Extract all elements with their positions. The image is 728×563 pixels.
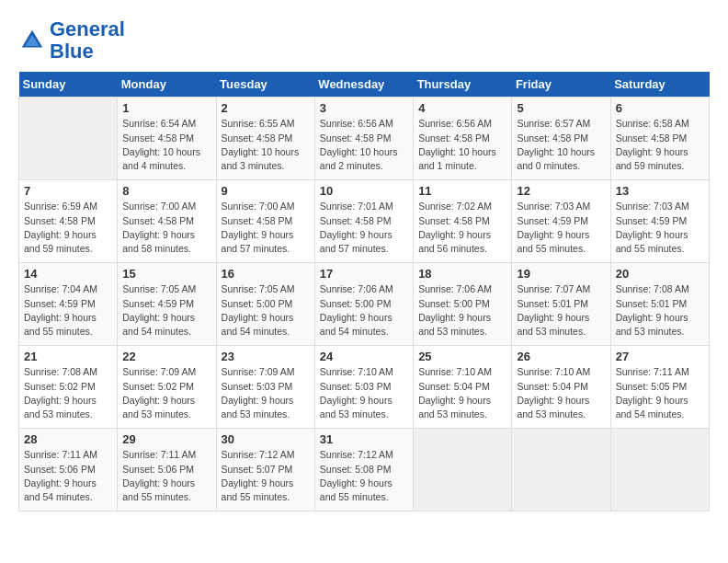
day-number: 25 [418,350,506,363]
calendar-cell: 4 Sunrise: 6:56 AMSunset: 4:58 PMDayligh… [414,98,512,180]
day-number: 12 [517,184,605,198]
day-number: 2 [222,101,310,115]
day-info: Sunrise: 7:09 AMSunset: 5:03 PMDaylight:… [222,365,310,421]
calendar-cell: 25 Sunrise: 7:10 AMSunset: 5:04 PMDaylig… [414,346,512,429]
day-number: 18 [418,267,506,281]
day-info: Sunrise: 7:08 AMSunset: 5:02 PMDaylight:… [24,365,112,421]
day-number: 9 [222,184,310,198]
day-number: 15 [122,267,210,281]
page-header: General Blue [18,18,710,63]
calendar-week-3: 14 Sunrise: 7:04 AMSunset: 4:59 PMDaylig… [19,263,710,346]
day-info: Sunrise: 7:01 AMSunset: 4:58 PMDaylight:… [320,200,408,256]
day-info: Sunrise: 6:55 AMSunset: 4:58 PMDaylight:… [222,117,310,173]
calendar-cell: 5 Sunrise: 6:57 AMSunset: 4:58 PMDayligh… [512,98,610,180]
day-info: Sunrise: 6:58 AMSunset: 4:58 PMDaylight:… [616,117,704,173]
day-number: 26 [517,350,605,363]
calendar-cell [19,98,118,180]
day-number: 27 [616,350,704,363]
day-info: Sunrise: 7:10 AMSunset: 5:04 PMDaylight:… [418,365,506,421]
weekday-header-tuesday: Tuesday [216,72,314,98]
day-info: Sunrise: 7:06 AMSunset: 5:00 PMDaylight:… [418,282,506,339]
day-info: Sunrise: 7:11 AMSunset: 5:06 PMDaylight:… [122,448,210,504]
calendar-cell: 6 Sunrise: 6:58 AMSunset: 4:58 PMDayligh… [610,98,709,180]
day-info: Sunrise: 7:04 AMSunset: 4:59 PMDaylight:… [24,282,112,339]
day-info: Sunrise: 7:03 AMSunset: 4:59 PMDaylight:… [616,200,704,256]
calendar-cell: 19 Sunrise: 7:07 AMSunset: 5:01 PMDaylig… [512,263,610,346]
calendar-cell: 27 Sunrise: 7:11 AMSunset: 5:05 PMDaylig… [610,346,709,429]
day-number: 28 [24,432,112,446]
calendar-cell: 22 Sunrise: 7:09 AMSunset: 5:02 PMDaylig… [118,346,216,429]
day-number: 6 [616,101,704,115]
day-info: Sunrise: 7:07 AMSunset: 5:01 PMDaylight:… [517,282,605,339]
day-info: Sunrise: 7:09 AMSunset: 5:02 PMDaylight:… [122,365,210,421]
calendar-week-2: 7 Sunrise: 6:59 AMSunset: 4:58 PMDayligh… [19,180,710,263]
calendar-cell: 26 Sunrise: 7:10 AMSunset: 5:04 PMDaylig… [512,346,610,429]
day-info: Sunrise: 7:11 AMSunset: 5:05 PMDaylight:… [616,365,704,421]
calendar-cell: 7 Sunrise: 6:59 AMSunset: 4:58 PMDayligh… [19,180,118,263]
calendar-cell [610,429,709,511]
calendar-cell: 21 Sunrise: 7:08 AMSunset: 5:02 PMDaylig… [19,346,118,429]
day-number: 23 [222,350,310,363]
day-info: Sunrise: 6:56 AMSunset: 4:58 PMDaylight:… [320,117,408,173]
day-number: 5 [517,101,605,115]
calendar-cell: 18 Sunrise: 7:06 AMSunset: 5:00 PMDaylig… [414,263,512,346]
calendar-cell: 1 Sunrise: 6:54 AMSunset: 4:58 PMDayligh… [118,98,216,180]
day-info: Sunrise: 6:59 AMSunset: 4:58 PMDaylight:… [24,200,112,256]
day-number: 19 [517,267,605,281]
day-number: 20 [616,267,704,281]
calendar-cell: 15 Sunrise: 7:05 AMSunset: 4:59 PMDaylig… [118,263,216,346]
day-number: 31 [320,432,408,446]
weekday-header-friday: Friday [512,72,610,98]
weekday-header-saturday: Saturday [610,72,709,98]
day-info: Sunrise: 6:57 AMSunset: 4:58 PMDaylight:… [517,117,605,173]
calendar-cell: 28 Sunrise: 7:11 AMSunset: 5:06 PMDaylig… [19,429,118,511]
day-number: 29 [122,432,210,446]
calendar-cell: 12 Sunrise: 7:03 AMSunset: 4:59 PMDaylig… [512,180,610,263]
logo-text: General Blue [50,18,125,63]
weekday-header-wednesday: Wednesday [314,72,413,98]
weekday-header-thursday: Thursday [414,72,512,98]
day-info: Sunrise: 6:54 AMSunset: 4:58 PMDaylight:… [122,117,210,173]
day-info: Sunrise: 7:08 AMSunset: 5:01 PMDaylight:… [616,282,704,339]
calendar-cell: 16 Sunrise: 7:05 AMSunset: 5:00 PMDaylig… [216,263,314,346]
day-info: Sunrise: 7:06 AMSunset: 5:00 PMDaylight:… [320,282,408,339]
day-info: Sunrise: 7:00 AMSunset: 4:58 PMDaylight:… [122,200,210,256]
calendar-cell: 17 Sunrise: 7:06 AMSunset: 5:00 PMDaylig… [314,263,413,346]
day-info: Sunrise: 7:00 AMSunset: 4:58 PMDaylight:… [222,200,310,256]
day-number: 3 [320,101,408,115]
day-number: 21 [24,350,112,363]
calendar-cell [512,429,610,511]
day-number: 30 [222,432,310,446]
day-info: Sunrise: 7:02 AMSunset: 4:58 PMDaylight:… [418,200,506,256]
calendar-week-4: 21 Sunrise: 7:08 AMSunset: 5:02 PMDaylig… [19,346,710,429]
calendar-cell: 30 Sunrise: 7:12 AMSunset: 5:07 PMDaylig… [216,429,314,511]
calendar-cell: 31 Sunrise: 7:12 AMSunset: 5:08 PMDaylig… [314,429,413,511]
day-info: Sunrise: 7:03 AMSunset: 4:59 PMDaylight:… [517,200,605,256]
calendar-cell: 11 Sunrise: 7:02 AMSunset: 4:58 PMDaylig… [414,180,512,263]
calendar-cell [414,429,512,511]
day-info: Sunrise: 7:05 AMSunset: 5:00 PMDaylight:… [222,282,310,339]
day-info: Sunrise: 7:05 AMSunset: 4:59 PMDaylight:… [122,282,210,339]
day-number: 13 [616,184,704,198]
weekday-header-sunday: Sunday [19,72,118,98]
day-number: 4 [418,101,506,115]
day-number: 10 [320,184,408,198]
calendar-week-1: 1 Sunrise: 6:54 AMSunset: 4:58 PMDayligh… [19,98,710,180]
calendar-cell: 8 Sunrise: 7:00 AMSunset: 4:58 PMDayligh… [118,180,216,263]
day-info: Sunrise: 7:12 AMSunset: 5:07 PMDaylight:… [222,448,310,504]
day-info: Sunrise: 6:56 AMSunset: 4:58 PMDaylight:… [418,117,506,173]
calendar-cell: 9 Sunrise: 7:00 AMSunset: 4:58 PMDayligh… [216,180,314,263]
calendar-cell: 2 Sunrise: 6:55 AMSunset: 4:58 PMDayligh… [216,98,314,180]
calendar-cell: 14 Sunrise: 7:04 AMSunset: 4:59 PMDaylig… [19,263,118,346]
calendar-cell: 23 Sunrise: 7:09 AMSunset: 5:03 PMDaylig… [216,346,314,429]
day-info: Sunrise: 7:10 AMSunset: 5:04 PMDaylight:… [517,365,605,421]
calendar-cell: 20 Sunrise: 7:08 AMSunset: 5:01 PMDaylig… [610,263,709,346]
day-number: 7 [24,184,112,198]
day-number: 22 [122,350,210,363]
logo: General Blue [18,18,125,63]
day-info: Sunrise: 7:12 AMSunset: 5:08 PMDaylight:… [320,448,408,504]
weekday-header-monday: Monday [118,72,216,98]
calendar-cell: 24 Sunrise: 7:10 AMSunset: 5:03 PMDaylig… [314,346,413,429]
calendar-table: SundayMondayTuesdayWednesdayThursdayFrid… [18,72,710,511]
day-number: 17 [320,267,408,281]
